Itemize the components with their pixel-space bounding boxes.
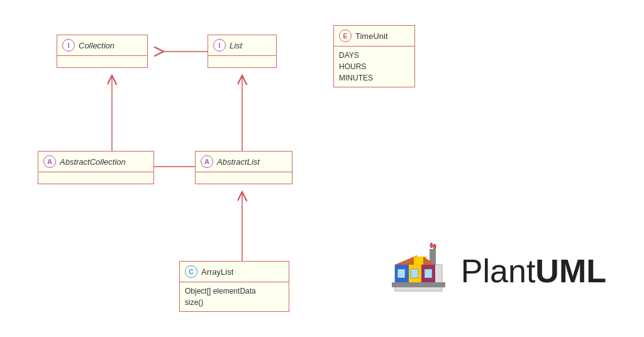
arraylist-field-size: size() — [185, 297, 284, 308]
class-list: I List — [208, 35, 277, 68]
svg-marker-7 — [395, 255, 417, 265]
class-timeunit-header: E TimeUnit — [334, 26, 414, 47]
plantuml-logo: Plant UML — [389, 243, 606, 299]
class-abstractlist-body — [196, 172, 292, 184]
abstractlist-badge: A — [201, 155, 213, 168]
class-timeunit-body: DAYS HOURS MINUTES — [334, 47, 414, 87]
class-arraylist-body: Object[] elementData size() — [180, 282, 289, 311]
list-name: List — [230, 41, 242, 50]
diagram-canvas: I Collection I List E TimeUnit DAYS HOUR… — [0, 0, 644, 337]
class-abstractlist-header: A AbstractList — [196, 152, 292, 172]
class-timeunit: E TimeUnit DAYS HOURS MINUTES — [333, 25, 415, 87]
abstractcollection-name: AbstractCollection — [60, 157, 126, 167]
class-abstractlist: A AbstractList — [195, 151, 292, 184]
class-arraylist-header: C ArrayList — [180, 262, 289, 282]
timeunit-field-minutes: MINUTES — [339, 72, 409, 84]
arraylist-name: ArrayList — [201, 267, 233, 277]
uml-text: UML — [535, 252, 606, 290]
list-badge: I — [213, 39, 226, 52]
class-abstractcollection-body — [38, 172, 153, 184]
class-collection-body — [57, 56, 147, 67]
class-arraylist: C ArrayList Object[] elementData size() — [179, 261, 289, 312]
class-list-body — [208, 56, 276, 67]
svg-rect-15 — [411, 269, 418, 278]
timeunit-field-hours: HOURS — [339, 61, 409, 72]
svg-rect-14 — [397, 269, 405, 278]
timeunit-field-days: DAYS — [339, 50, 409, 61]
class-abstractcollection: A AbstractCollection — [38, 151, 154, 184]
plant-text: Plant — [461, 252, 536, 290]
arraylist-badge: C — [185, 265, 197, 278]
svg-rect-16 — [425, 269, 432, 278]
abstractcollection-badge: A — [43, 155, 56, 168]
class-collection-header: I Collection — [57, 35, 147, 56]
arraylist-field-elementdata: Object[] elementData — [185, 285, 284, 297]
plantuml-text: Plant UML — [461, 252, 606, 290]
factory-icon — [389, 243, 452, 299]
class-list-header: I List — [208, 35, 276, 56]
class-abstractcollection-header: A AbstractCollection — [38, 152, 153, 172]
collection-badge: I — [62, 39, 75, 52]
abstractlist-name: AbstractList — [217, 157, 260, 167]
class-collection: I Collection — [57, 35, 148, 68]
svg-rect-13 — [392, 282, 445, 287]
timeunit-name: TimeUnit — [355, 31, 388, 41]
collection-name: Collection — [79, 41, 114, 50]
timeunit-badge: E — [339, 30, 352, 42]
